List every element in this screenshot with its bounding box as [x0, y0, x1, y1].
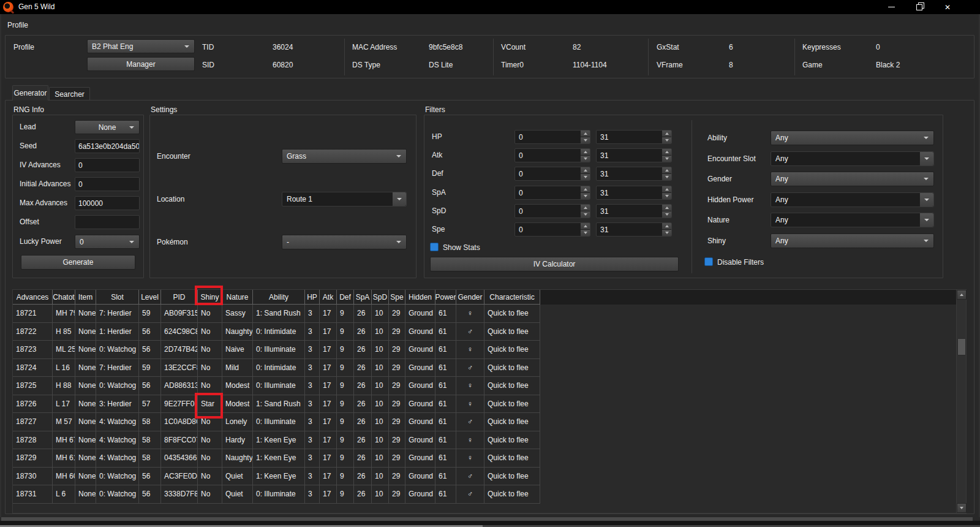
atk-max-spinbox[interactable]: 31 — [596, 148, 672, 162]
lead-select[interactable]: None — [75, 120, 140, 134]
spd-max-spinbox-increment-button[interactable] — [662, 205, 671, 211]
hp-min-spinbox-increment-button[interactable] — [580, 131, 590, 137]
ability-select[interactable]: Any — [771, 131, 934, 145]
column-header-shiny[interactable]: Shiny — [198, 290, 222, 305]
encounter-slot-select[interactable]: Any — [771, 151, 934, 166]
table-row[interactable]: 18730MH 60None0: Watchog56AC3FE0D5NoQuie… — [13, 468, 540, 486]
manager-button[interactable]: Manager — [87, 57, 195, 71]
spa-max-spinbox[interactable]: 31 — [596, 186, 672, 200]
atk-max-spinbox-increment-button[interactable] — [662, 149, 671, 156]
table-row[interactable]: 18727M 57None4: Watchog581C0A8D8CNoLonel… — [13, 413, 540, 431]
column-header-hp[interactable]: HP — [305, 290, 320, 305]
lucky-power-select[interactable]: 0 — [75, 235, 140, 249]
spe-min-spinbox-decrement-button[interactable] — [580, 230, 590, 236]
generate-button[interactable]: Generate — [21, 255, 135, 270]
column-header-spe[interactable]: Spe — [389, 290, 405, 305]
hp-max-spinbox[interactable]: 31 — [596, 130, 672, 144]
spa-min-spinbox-increment-button[interactable] — [580, 186, 590, 193]
encounter-select[interactable]: Grass — [282, 149, 407, 164]
table-row[interactable]: 18731L 6None0: Watchog563338D7F8NoQuiet0… — [13, 485, 540, 504]
column-header-power[interactable]: Power — [435, 290, 456, 305]
spd-min-spinbox-increment-button[interactable] — [580, 205, 590, 211]
gender-select[interactable]: Any — [771, 172, 934, 186]
initial-advances-input[interactable]: 0 — [75, 177, 140, 191]
table-row[interactable]: 18721MH 79None7: Herdier59AB09F315NoSass… — [13, 305, 540, 323]
atk-min-spinbox[interactable]: 0 — [514, 148, 590, 162]
column-header-hidden[interactable]: Hidden — [405, 290, 435, 305]
def-min-spinbox-decrement-button[interactable] — [580, 174, 590, 180]
location-select-dropdown-button[interactable] — [392, 192, 406, 206]
hp-min-spinbox-decrement-button[interactable] — [580, 137, 590, 143]
hidden-power-select-dropdown-button[interactable] — [919, 193, 933, 207]
close-button[interactable]: ✕ — [933, 0, 962, 14]
location-select[interactable]: Route 1 — [282, 192, 407, 207]
spe-min-spinbox[interactable]: 0 — [514, 222, 590, 237]
spe-max-spinbox-decrement-button[interactable] — [662, 230, 671, 236]
scrollbar-handle[interactable] — [957, 338, 966, 355]
spe-max-spinbox-increment-button[interactable] — [662, 223, 671, 230]
column-header-nature[interactable]: Nature — [222, 290, 253, 305]
spa-min-spinbox[interactable]: 0 — [514, 186, 590, 200]
column-header-spa[interactable]: SpA — [354, 290, 372, 305]
profile-select[interactable]: B2 Phat Eng — [87, 39, 195, 53]
seed-input[interactable]: 6a513e0b204da507 — [75, 139, 140, 153]
table-row[interactable]: 18723ML 25None0: Watchog562D747B42NoNaiv… — [13, 341, 540, 359]
spe-min-spinbox-increment-button[interactable] — [580, 223, 590, 230]
restore-button[interactable] — [905, 0, 933, 14]
column-header-spd[interactable]: SpD — [372, 290, 389, 305]
nature-select[interactable]: Any — [771, 213, 934, 227]
menu-profile[interactable]: Profile — [7, 19, 28, 31]
scroll-up-button[interactable] — [957, 290, 967, 300]
table-row[interactable]: 18729MH 61None4: Watchog5804354366NoNaug… — [13, 449, 540, 468]
spa-min-spinbox-decrement-button[interactable] — [580, 193, 590, 199]
tab-generator[interactable]: Generator — [12, 85, 48, 100]
offset-input[interactable] — [75, 215, 140, 229]
nature-select-dropdown-button[interactable] — [919, 213, 933, 227]
column-header-item[interactable]: Item — [75, 290, 96, 305]
tab-searcher[interactable]: Searcher — [49, 87, 90, 100]
spe-max-spinbox[interactable]: 31 — [596, 222, 672, 237]
iv-calculator-button[interactable]: IV Calculator — [430, 257, 679, 271]
pok-mon-select[interactable]: - — [282, 235, 407, 249]
def-min-spinbox-increment-button[interactable] — [580, 167, 590, 174]
column-header-pid[interactable]: PID — [161, 290, 198, 305]
table-row[interactable]: 18728MH 67None4: Watchog588F8FCC07NoHard… — [13, 431, 540, 450]
encounter-slot-select-dropdown-button[interactable] — [919, 152, 933, 165]
column-header-def[interactable]: Def — [337, 290, 354, 305]
hidden-power-select[interactable]: Any — [771, 192, 934, 207]
spd-max-spinbox-decrement-button[interactable] — [662, 211, 671, 218]
iv-advances-input[interactable]: 0 — [75, 158, 140, 172]
table-row[interactable]: 18724L 16None7: Herdier5913E2CCF8NoMild0… — [13, 359, 540, 377]
table-row[interactable]: 18725H 88None0: Watchog56AD886313NoModes… — [13, 377, 540, 395]
hp-max-spinbox-decrement-button[interactable] — [662, 137, 671, 143]
column-header-characteristic[interactable]: Characteristic — [484, 290, 540, 305]
column-header-ability[interactable]: Ability — [253, 290, 305, 305]
def-max-spinbox-increment-button[interactable] — [662, 167, 671, 174]
column-header-advances[interactable]: Advances — [13, 290, 53, 305]
hp-min-spinbox[interactable]: 0 — [514, 130, 590, 144]
shiny-select[interactable]: Any — [771, 233, 934, 248]
column-header-level[interactable]: Level — [139, 290, 161, 305]
spd-min-spinbox[interactable]: 0 — [514, 204, 590, 218]
atk-min-spinbox-increment-button[interactable] — [580, 149, 590, 156]
column-header-gender[interactable]: Gender — [456, 290, 484, 305]
spd-max-spinbox[interactable]: 31 — [596, 204, 672, 218]
atk-min-spinbox-decrement-button[interactable] — [580, 156, 590, 162]
table-row[interactable]: 18722H 85None1: Herdier56624C98C8NoNaugh… — [13, 323, 540, 341]
column-header-chatot[interactable]: Chatot — [53, 290, 75, 305]
atk-max-spinbox-decrement-button[interactable] — [662, 156, 671, 162]
hp-max-spinbox-increment-button[interactable] — [662, 131, 671, 137]
def-max-spinbox-decrement-button[interactable] — [662, 174, 671, 180]
minimize-button[interactable] — [877, 0, 905, 14]
max-advances-input[interactable]: 100000 — [75, 196, 140, 210]
column-header-atk[interactable]: Atk — [320, 290, 337, 305]
def-min-spinbox[interactable]: 0 — [514, 167, 590, 181]
disable-filters-checkbox[interactable] — [704, 257, 713, 266]
show-stats-checkbox[interactable] — [430, 243, 439, 251]
vertical-scrollbar[interactable] — [956, 290, 966, 513]
spa-max-spinbox-decrement-button[interactable] — [662, 193, 671, 199]
spd-min-spinbox-decrement-button[interactable] — [580, 211, 590, 218]
def-max-spinbox[interactable]: 31 — [596, 167, 672, 181]
table-row[interactable]: 18726L 17None3: Herdier579E27FF0DStarMod… — [13, 395, 540, 414]
spa-max-spinbox-increment-button[interactable] — [662, 186, 671, 193]
